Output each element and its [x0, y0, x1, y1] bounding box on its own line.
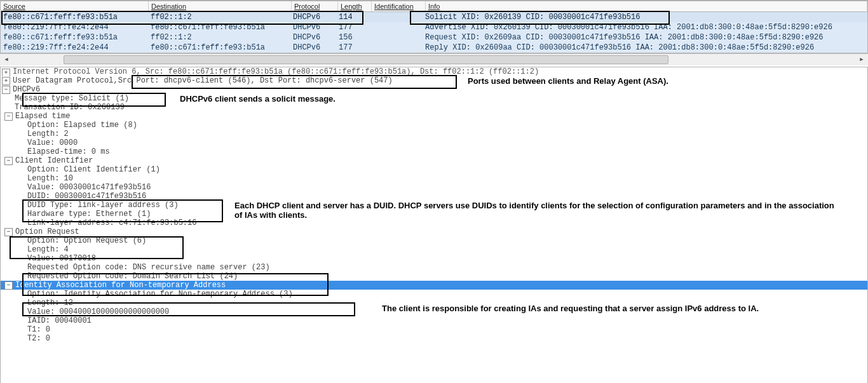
tree-label: T1: 0 [27, 325, 50, 334]
tree-label: Length: 12 [27, 299, 73, 307]
tree-line[interactable]: IAID: 00040001 [1, 316, 867, 325]
cell-info: Advertise XID: 0x260139 CID: 00030001c47… [423, 22, 867, 32]
tree-line[interactable]: Option: Elapsed time (8) [1, 121, 867, 130]
tree-line[interactable]: Option: Option Request (6) [1, 236, 867, 245]
tree-label: Option: Elapsed time (8) [27, 121, 137, 130]
tree-line[interactable]: T1: 0 [1, 325, 867, 334]
packet-details[interactable]: Internet Protocol Version 6, Src: fe80::… [0, 67, 868, 383]
cell-destination: fe80::c671:feff:fe93:b51a [148, 43, 290, 53]
cell-info: Reply XID: 0x2609aa CID: 00030001c471fe9… [423, 43, 867, 53]
collapse-icon[interactable] [4, 228, 13, 236]
col-header-source[interactable]: Source [1, 1, 149, 11]
tree-label: Value: 00030001c471fe93b516 [27, 183, 151, 192]
tree-label: Client Identifier [15, 156, 93, 165]
cell-length: 177 [336, 43, 369, 53]
annotation-solicit: DHCPv6 client sends a solicit message. [180, 94, 336, 104]
annotation-ports: Ports used between clients and Relay Age… [468, 76, 668, 86]
tree-label: User Datagram Protocol, [13, 76, 118, 85]
tree-line[interactable]: DUID: 00030001c471fe93b516 [1, 192, 867, 201]
collapse-icon[interactable] [2, 86, 10, 94]
tree-label: Option Request [15, 227, 79, 236]
scroll-right-icon[interactable]: ▶ [857, 55, 867, 65]
cell-source: fe80::c671:feff:fe93:b51a [1, 12, 148, 22]
tree-line[interactable]: T2: 0 [1, 334, 867, 343]
tree-label: Src Port: dhcpv6-client (546), Dst Port:… [118, 76, 393, 85]
collapse-icon[interactable] [4, 281, 13, 290]
tree-label: Internet Protocol Version 6, Src: fe80::… [13, 67, 539, 76]
collapse-icon[interactable] [4, 112, 13, 121]
horizontal-scrollbar[interactable]: ◀ ▶ [0, 53, 868, 65]
tree-line[interactable]: Elapsed time [0, 112, 857, 121]
tree-line[interactable]: Internet Protocol Version 6, Src: fe80::… [1, 67, 867, 76]
cell-protocol: DHCPv6 [290, 12, 336, 22]
cell-source: fe80::219:7ff:fe24:2e44 [1, 43, 148, 53]
collapse-icon[interactable] [4, 157, 13, 165]
tree-label: Requested Option code: DNS recursive nam… [27, 263, 270, 272]
tree-line[interactable]: Length: 4 [1, 245, 867, 254]
tree-line[interactable]: Requested Option code: Domain Search Lis… [1, 272, 867, 281]
packet-row[interactable]: fe80::c671:feff:fe93:b51a ff02::1:2 DHCP… [1, 12, 867, 22]
tree-label: Value: 0000 [27, 138, 78, 147]
tree-line[interactable]: Transaction ID: 0x260139 [1, 103, 867, 112]
tree-line[interactable]: Client Identifier [0, 156, 857, 165]
tree-line[interactable]: Option Request [0, 227, 857, 236]
tree-label: DUID: 00030001c471fe93b516 [27, 192, 146, 201]
tree-line[interactable]: Elapsed-time: 0 ms [1, 147, 867, 156]
tree-line[interactable]: Identity Association for Non-temporary A… [0, 281, 868, 290]
expand-icon[interactable] [2, 77, 10, 85]
tree-label: Elapsed-time: 0 ms [27, 147, 110, 156]
cell-length: 177 [336, 22, 369, 32]
tree-label: Requested Option code: Domain Search Lis… [27, 272, 238, 281]
tree-line[interactable]: DHCPv6 [1, 85, 867, 94]
tree-label: Length: 2 [27, 130, 69, 138]
packet-row[interactable]: fe80::c671:feff:fe93:b51a ff02::1:2 DHCP… [1, 32, 867, 43]
tree-line[interactable]: Link-layer address: c4:71:fe:93:b5:16 [1, 218, 867, 227]
tree-label: Transaction ID: 0x260139 [15, 103, 125, 112]
tree-label: DUID Type: link-layer address (3) [27, 201, 179, 210]
tree-line[interactable]: Option: Client Identifier (1) [1, 165, 867, 174]
cell-protocol: DHCPv6 [290, 32, 336, 43]
expand-icon[interactable] [2, 69, 10, 76]
tree-label: IAID: 00040001 [27, 316, 92, 325]
packet-list-body[interactable]: fe80::c671:feff:fe93:b51a ff02::1:2 DHCP… [1, 12, 867, 53]
tree-label: Option: Option Request (6) [27, 236, 146, 245]
cell-destination: ff02::1:2 [148, 12, 290, 22]
packet-list-header: Source Destination Protocol Length Ident… [1, 1, 867, 12]
scroll-left-icon[interactable]: ◀ [1, 55, 11, 65]
tree-label: Value: 00170018 [27, 254, 96, 263]
packet-list[interactable]: Source Destination Protocol Length Ident… [0, 1, 868, 53]
cell-destination: fe80::c671:feff:fe93:b51a [148, 22, 290, 32]
tree-line[interactable]: Option: Identity Association for Non-tem… [1, 290, 867, 299]
col-header-identification[interactable]: Identification [372, 1, 426, 11]
tree-line[interactable]: Message type: Solicit (1) [1, 94, 867, 103]
tree-line[interactable]: Length: 2 [1, 130, 867, 138]
packet-row[interactable]: fe80::219:7ff:fe24:2e44 fe80::c671:feff:… [1, 22, 867, 32]
col-header-destination[interactable]: Destination [149, 1, 292, 11]
tree-line[interactable]: Value: 00030001c471fe93b516 [1, 183, 867, 192]
annotation-duid: Each DHCP client and server has a DUID. … [234, 201, 838, 220]
tree-label: Hardware type: Ethernet (1) [27, 210, 151, 218]
tree-line[interactable]: Requested Option code: DNS recursive nam… [1, 263, 867, 272]
col-header-length[interactable]: Length [338, 1, 372, 11]
cell-length: 156 [336, 32, 369, 43]
tree-line[interactable]: Value: 00170018 [1, 254, 867, 263]
tree-label: Option: Client Identifier (1) [27, 165, 160, 174]
tree-label: Option: Identity Association for Non-tem… [27, 290, 293, 299]
cell-info: Request XID: 0x2609aa CID: 00030001c471f… [423, 32, 867, 43]
col-header-protocol[interactable]: Protocol [292, 1, 338, 11]
tree-line[interactable]: User Datagram Protocol, Src Port: dhcpv6… [1, 76, 867, 85]
tree-line[interactable]: Value: 0000 [1, 138, 867, 147]
tree-line[interactable]: Length: 10 [1, 174, 867, 183]
cell-id [369, 43, 423, 53]
tree-label: T2: 0 [27, 334, 50, 343]
tree-label: Length: 10 [27, 174, 73, 183]
cell-id [369, 12, 423, 22]
scroll-thumb[interactable] [64, 55, 668, 64]
tree-label: Identity Association for Non-temporary A… [15, 281, 226, 290]
cell-source: fe80::219:7ff:fe24:2e44 [1, 22, 148, 32]
tree-label: Elapsed time [15, 112, 70, 121]
col-header-info[interactable]: Info [426, 1, 867, 11]
packet-row[interactable]: fe80::219:7ff:fe24:2e44 fe80::c671:feff:… [1, 43, 867, 53]
tree-label: Value: 000400010000000000000000 [27, 307, 169, 316]
cell-destination: ff02::1:2 [148, 32, 290, 43]
